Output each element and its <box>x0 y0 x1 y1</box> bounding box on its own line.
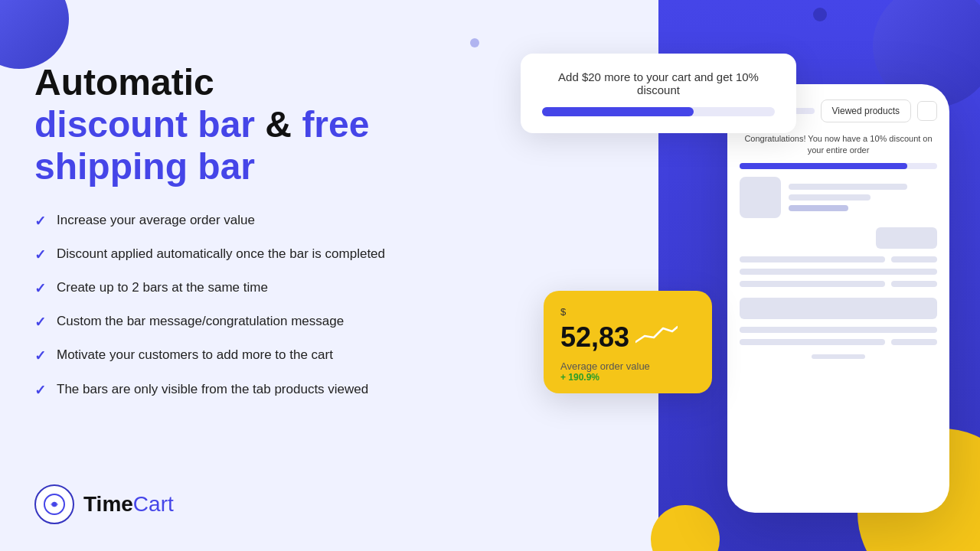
bl-long <box>740 339 885 345</box>
bottom-line-row <box>740 256 937 262</box>
bottom-line-long <box>740 256 885 262</box>
product-image-placeholder <box>740 177 781 218</box>
stats-card: $ 52,83 Average order value + 190.9% <box>544 291 712 393</box>
congrats-bar-fill <box>740 163 907 169</box>
svg-point-1 <box>52 502 57 507</box>
bottom-line-long <box>740 269 937 275</box>
product-line-medium <box>789 194 871 201</box>
logo-icon <box>34 484 74 524</box>
list-item: ✓ Create up to 2 bars at the same time <box>34 279 433 298</box>
bg-circle-mid-top <box>813 8 827 21</box>
check-icon: ✓ <box>34 347 46 366</box>
congrats-bar-bg <box>740 163 937 169</box>
full-btn-placeholder <box>740 298 937 319</box>
feature-text: The bars are only visible from the tab p… <box>57 380 368 399</box>
check-icon: ✓ <box>34 279 46 298</box>
bg-circle-top-left <box>0 0 69 69</box>
discount-bar-text: Add $20 more to your cart and get 10% di… <box>542 70 775 96</box>
stats-pct: + 190.9% <box>560 372 695 383</box>
product-row <box>740 177 937 218</box>
list-item: ✓ Increase your average order value <box>34 211 433 231</box>
logo-text: TimeCart <box>83 492 174 517</box>
viewed-products-button[interactable]: Viewed products <box>821 99 912 122</box>
headline-line1: Automatic <box>34 62 214 103</box>
bottom-line-short <box>891 256 937 262</box>
stats-label: Average order value <box>560 360 695 372</box>
headline-highlight2: free <box>302 104 369 145</box>
phone-frame: Viewed products Congratulations! You now… <box>727 84 949 513</box>
bl-long <box>740 327 937 333</box>
check-icon: ✓ <box>34 313 46 332</box>
list-item: ✓ Custom the bar message/congratulation … <box>34 312 433 332</box>
logo-area: TimeCart <box>34 484 174 524</box>
bottom-line-row <box>740 281 937 287</box>
btn-placeholder-right <box>876 227 937 249</box>
phone-area: Add $20 more to your cart and get 10% di… <box>505 38 949 528</box>
progress-bar-bg <box>542 107 775 116</box>
bg-circle-mid2 <box>470 38 479 47</box>
check-icon: ✓ <box>34 246 46 265</box>
product-lines <box>789 184 937 211</box>
headline-connector: & <box>255 104 302 145</box>
headline-highlight3: shipping bar <box>34 146 255 187</box>
stats-number: 52,83 <box>560 321 629 354</box>
phone-bottom-lines <box>740 227 937 359</box>
check-icon: ✓ <box>34 212 46 231</box>
feature-text: Discount applied automatically once the … <box>57 245 385 263</box>
features-list: ✓ Increase your average order value ✓ Di… <box>34 211 433 400</box>
product-line-long <box>789 184 907 190</box>
logo-text-black: Time <box>83 492 133 516</box>
list-item: ✓ Motivate your customers to add more to… <box>34 346 433 366</box>
logo-text-blue: Cart <box>133 492 174 516</box>
stats-chart-icon <box>635 321 678 354</box>
discount-bar-card: Add $20 more to your cart and get 10% di… <box>521 54 796 133</box>
feature-text: Increase your average order value <box>57 211 255 230</box>
bottom-line-short <box>891 281 937 287</box>
bottom-line-row-2 <box>740 327 937 333</box>
feature-text: Custom the bar message/congratulation me… <box>57 312 344 331</box>
stats-dollar: $ <box>560 306 695 318</box>
feature-text: Create up to 2 bars at the same time <box>57 279 268 297</box>
logo-svg <box>43 493 66 516</box>
stats-value: 52,83 <box>560 321 695 354</box>
headline-highlight1: discount bar <box>34 104 255 145</box>
congrats-section: Congratulations! You now have a 10% disc… <box>740 133 937 169</box>
list-item: ✓ The bars are only visible from the tab… <box>34 380 433 400</box>
separator-line <box>812 354 865 359</box>
bottom-line-long <box>740 281 885 287</box>
bl-short <box>891 339 937 345</box>
product-line-short <box>789 205 848 211</box>
left-content: Automatic discount bar & free shipping b… <box>34 61 433 431</box>
congrats-text: Congratulations! You now have a 10% disc… <box>740 133 937 157</box>
list-item: ✓ Discount applied automatically once th… <box>34 245 433 265</box>
progress-bar-fill <box>542 107 694 116</box>
feature-text: Motivate your customers to add more to t… <box>57 346 333 364</box>
bottom-line-row <box>740 269 937 275</box>
check-icon: ✓ <box>34 381 46 400</box>
headline: Automatic discount bar & free shipping b… <box>34 61 433 188</box>
bottom-line-row-3 <box>740 339 937 345</box>
viewed-square <box>917 101 937 121</box>
